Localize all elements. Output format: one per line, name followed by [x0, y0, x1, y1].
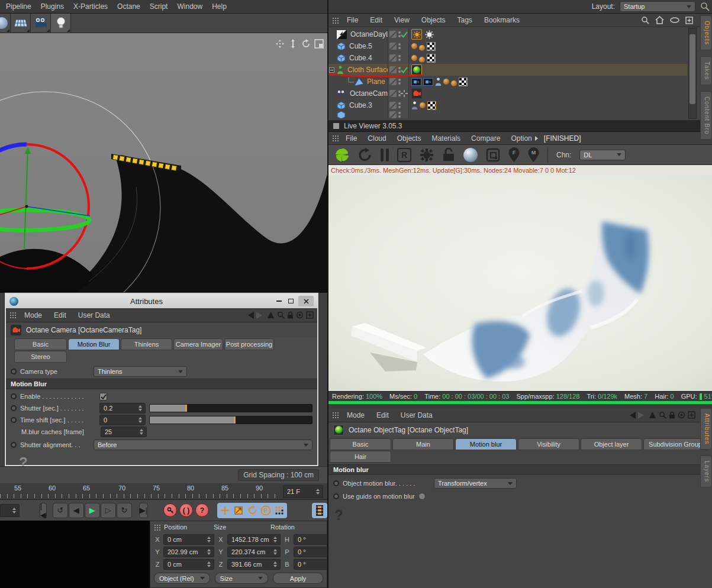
tab-thinlens[interactable]: Thinlens	[121, 338, 172, 350]
help-button[interactable]: ?	[334, 507, 343, 523]
anim-toggle-icon[interactable]	[11, 442, 17, 448]
light-tool-button[interactable]	[51, 14, 71, 33]
size-z-field[interactable]: 391.66 cm	[227, 559, 281, 570]
reset-render-icon[interactable]: R	[397, 148, 411, 162]
layout-dropdown[interactable]: Startup	[620, 1, 695, 12]
stepper-icon[interactable]	[272, 537, 278, 542]
shutter-slider[interactable]	[149, 404, 312, 412]
focus-picker-icon[interactable]: F	[508, 147, 520, 162]
search-icon[interactable]	[641, 16, 649, 24]
tab-motion-blur[interactable]: Motion blur	[455, 438, 517, 450]
new-panel-icon[interactable]	[685, 17, 693, 24]
time-shift-field[interactable]: 0	[99, 415, 146, 425]
autokey-button[interactable]: ( )	[179, 503, 193, 517]
channel-dropdown[interactable]: DL	[579, 150, 626, 160]
time-shift-slider[interactable]	[149, 416, 312, 424]
layer-toggle-icon[interactable]	[389, 111, 397, 118]
size-y-field[interactable]: 220.374 cm	[227, 547, 281, 557]
coord-mode-dropdown[interactable]: Object (Rel)	[154, 573, 210, 584]
lv-menu-objects[interactable]: Objects	[392, 134, 426, 143]
om-menu-view[interactable]: View	[389, 16, 414, 24]
lock-icon[interactable]	[669, 411, 675, 419]
tab-post-processing[interactable]: Post processing	[224, 338, 274, 350]
octane-camera-tag-icon[interactable]	[411, 88, 422, 99]
home-icon[interactable]	[655, 16, 664, 24]
stepper-icon[interactable]	[206, 561, 212, 567]
tab-object-layer[interactable]: Object layer	[581, 438, 642, 450]
tab-stereo[interactable]: Stereo	[14, 351, 67, 363]
tab-subdivision-group[interactable]: Subdivision Group	[643, 438, 707, 450]
uvw-tag-icon[interactable]	[427, 101, 436, 110]
filmstrip-button[interactable]	[313, 504, 326, 517]
arrow-up-icon[interactable]	[267, 311, 275, 319]
drag-handle-icon[interactable]	[332, 412, 340, 418]
new-panel-icon[interactable]	[688, 411, 695, 419]
tab-motion-blur[interactable]: Motion Blur	[68, 338, 120, 350]
tree-row-partial[interactable]	[328, 111, 687, 118]
material-tag-icon[interactable]	[419, 45, 425, 51]
uvw-tag-icon[interactable]	[427, 54, 436, 63]
floor-tool-button[interactable]	[11, 14, 31, 33]
enabled-check-icon[interactable]	[401, 31, 408, 38]
layer-toggle-icon[interactable]	[389, 102, 397, 109]
material-ball-icon[interactable]	[463, 148, 478, 162]
menu-octane[interactable]: Octane	[112, 2, 145, 11]
zoom-view-icon[interactable]	[288, 39, 298, 49]
side-tab-objects[interactable]: Objects	[700, 15, 712, 50]
next-frame-button[interactable]: ▷	[101, 503, 116, 518]
tree-row-cube3[interactable]: Cube.3	[328, 99, 687, 111]
live-viewer-titlebar[interactable]: Live Viewer 3.05.3	[328, 120, 712, 132]
search-icon[interactable]	[277, 311, 285, 319]
gizmo-y-axis[interactable]	[24, 149, 28, 249]
om-menu-objects[interactable]: Objects	[417, 16, 450, 24]
material-tag-icon[interactable]	[411, 55, 417, 61]
record-position-button[interactable]	[218, 504, 231, 517]
lv-menu-materials[interactable]: Materials	[427, 134, 465, 143]
target-icon[interactable]	[296, 311, 304, 319]
frame-input[interactable]	[0, 504, 20, 517]
octane-logo-icon[interactable]	[334, 147, 350, 163]
material-tag-icon[interactable]	[420, 102, 426, 108]
record-keyframe-button[interactable]	[163, 503, 177, 517]
stepper-icon[interactable]	[138, 429, 144, 435]
lock-icon[interactable]	[287, 311, 294, 319]
crosshair-icon[interactable]	[401, 90, 408, 97]
lv-menu-file[interactable]: File	[341, 134, 362, 143]
drag-handle-icon[interactable]	[154, 524, 162, 531]
tp-menu-mode[interactable]: Mode	[342, 411, 369, 419]
lv-menu-option[interactable]: Option	[506, 134, 533, 143]
arrow-up-icon[interactable]	[649, 411, 656, 419]
previous-frame-button[interactable]: ◀	[69, 503, 84, 518]
record-rotation-button[interactable]	[246, 504, 259, 517]
menu-help[interactable]: Help	[207, 2, 231, 11]
size-mode-dropdown[interactable]: Size	[215, 573, 269, 584]
anim-toggle-icon[interactable]	[333, 493, 339, 499]
record-scale-button[interactable]	[232, 504, 245, 517]
history-back-forward-icon[interactable]	[247, 311, 265, 319]
lock-resolution-icon[interactable]	[442, 148, 455, 162]
tab-visibility[interactable]: Visibility	[518, 438, 579, 450]
size-x-field[interactable]: 1452.178 cm	[227, 534, 281, 545]
stepper-icon[interactable]	[137, 417, 143, 423]
material-picker-icon[interactable]: M	[528, 147, 539, 162]
tree-row-cube4[interactable]: Cube.4	[328, 52, 687, 64]
attributes-titlebar[interactable]: Attributes	[6, 294, 317, 308]
stepper-icon[interactable]	[272, 561, 278, 567]
object-manager-scrollbar[interactable]	[688, 28, 697, 119]
settings-gear-icon[interactable]	[420, 148, 434, 162]
render-result-image[interactable]	[328, 175, 712, 391]
anim-toggle-icon[interactable]	[11, 417, 17, 423]
goto-end-button[interactable]: ▶|	[139, 503, 148, 518]
timeline-track[interactable]: 55 60 65 70 75 80 85 90	[0, 483, 278, 500]
layer-toggle-icon[interactable]	[389, 90, 397, 97]
gizmo-rotate-green-ring[interactable]	[0, 210, 89, 230]
close-button[interactable]	[298, 296, 314, 306]
object-motion-blur-dropdown[interactable]: Transform/vertex	[434, 478, 517, 489]
eye-icon[interactable]	[670, 17, 679, 23]
mblur-caches-field[interactable]: 25	[101, 427, 147, 437]
menu-plugins[interactable]: Plugins	[36, 2, 69, 11]
tab-hair[interactable]: Hair	[330, 451, 391, 463]
tree-row-octanedaylight[interactable]: OctaneDayLight	[328, 28, 687, 40]
om-menu-tags[interactable]: Tags	[453, 16, 477, 24]
anim-toggle-icon[interactable]	[333, 480, 339, 486]
